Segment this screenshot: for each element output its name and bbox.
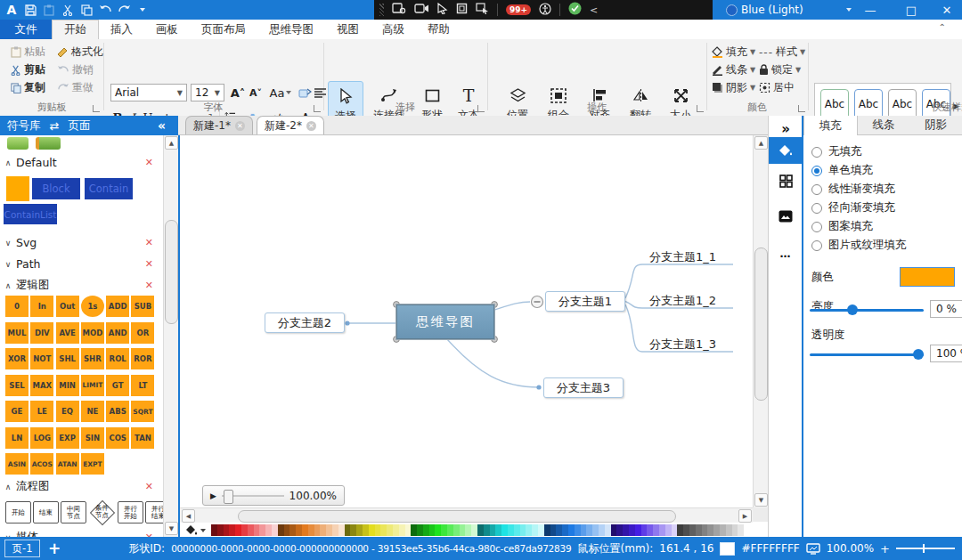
palette-swatch[interactable] [732,524,738,536]
shrink-font-button[interactable]: A˅ [248,84,264,101]
canvas-vscrollbar[interactable]: ▲ ▼ [753,135,768,507]
logic-symbol-lt[interactable]: LT [131,375,154,396]
palette-bucket-icon[interactable] [185,524,198,536]
fill-button[interactable]: 填充▼ [712,45,755,60]
logic-symbol-xor[interactable]: XOR [5,348,29,369]
canvas-scroll-right[interactable]: ▶ [738,509,752,523]
palette-swatch[interactable] [538,524,544,536]
palette-swatch[interactable] [465,524,471,536]
menu-tab-6[interactable]: 视图 [325,20,371,39]
section-flowchart-close-icon[interactable]: ✕ [145,481,153,492]
record-video-icon[interactable] [414,4,429,16]
logic-symbol-and[interactable]: AND [106,322,129,344]
palette-swatch[interactable] [677,524,683,536]
collapse-sidebar-icon[interactable]: « [158,118,166,133]
palette-swatch[interactable] [314,524,321,536]
font-size-select[interactable]: 12▼ [191,84,224,101]
palette-swatch[interactable] [720,524,726,536]
logic-symbol-log[interactable]: LOG [30,427,53,449]
logic-symbol-exp[interactable]: EXP [56,427,79,449]
palette-swatch[interactable] [520,524,526,536]
logic-symbol-eq[interactable]: EQ [56,401,79,422]
font-family-select[interactable]: Arial▼ [110,84,187,101]
opacity-knob[interactable] [913,349,924,360]
palette-swatch[interactable] [471,524,477,536]
menu-tab-4[interactable]: 页面布局 [190,20,257,39]
palette-dropdown-icon[interactable] [200,529,206,532]
section-svg[interactable]: ∨Svg✕ [0,235,162,250]
palette-swatch[interactable] [393,524,399,536]
palette-swatch[interactable] [689,524,696,536]
palette-swatch[interactable] [441,524,447,536]
ribbon-collapse-icon[interactable]: ⌃ [939,22,946,32]
image-panel-icon[interactable] [769,203,803,230]
save-icon[interactable] [23,3,37,17]
mindmap-child-1[interactable]: 分支主题1_1 [649,249,716,265]
brightness-slider[interactable] [810,309,924,312]
palette-swatch[interactable] [435,524,441,536]
fill-option-6[interactable]: 图片或纹理填充 [803,236,962,255]
logic-symbol-sub[interactable]: SUB [131,296,154,317]
logic-symbol-sin[interactable]: SIN [81,427,104,449]
logic-symbol-cos[interactable]: COS [106,427,129,449]
palette-swatch[interactable] [665,524,672,536]
menu-tab-2[interactable]: 插入 [99,20,144,39]
menu-tab-8[interactable]: 帮助 [416,20,461,39]
undo-button[interactable]: 撤销 [57,62,94,77]
palette-swatch[interactable] [623,524,629,536]
logic-symbol-expt[interactable]: EXPT [81,453,104,475]
palette-swatch[interactable] [259,524,265,536]
logic-symbol-or[interactable]: OR [131,322,154,344]
symbol-containlist[interactable]: ContainList [4,204,57,224]
mindmap-branch1-node[interactable]: 分支主题1 [545,291,625,312]
fill-option-radio-2[interactable] [811,166,822,176]
menu-tab-5[interactable]: 思维导图 [257,20,325,39]
palette-swatch[interactable] [289,524,296,536]
sidebar-scroll-down[interactable]: ▼ [165,522,178,535]
status-zoom-slider[interactable] [896,548,955,549]
sidebar-scroll-thumb[interactable] [165,220,178,324]
palette-swatch[interactable] [338,524,345,536]
logic-symbol-acos[interactable]: ACOS [30,453,53,475]
doc-tab-2[interactable]: 新建-2*✕ [257,116,324,134]
logic-symbol-ave[interactable]: AVE [56,322,79,344]
palette-swatch[interactable] [532,524,538,536]
palette-swatch[interactable] [217,524,224,536]
palette-swatch[interactable] [369,524,375,536]
logic-symbol-tan[interactable]: TAN [131,427,154,449]
palette-swatch[interactable] [405,524,412,536]
section-svg-close-icon[interactable]: ✕ [145,237,153,248]
mindmap-branch2-node[interactable]: 分支主题2 [265,312,345,333]
logic-symbol-mul[interactable]: MUL [5,322,29,344]
grid-panel-icon[interactable] [769,167,803,194]
doc-tab-2-close-icon[interactable]: ✕ [306,121,316,131]
copy-icon[interactable] [79,3,94,17]
logic-symbol-1s[interactable]: 1s [81,296,104,317]
palette-swatch[interactable] [296,524,302,536]
format-painter-button[interactable]: 格式化 [57,45,103,60]
palette-swatch[interactable] [350,524,356,536]
theme-dropdown-icon[interactable] [842,3,856,17]
symbol-contain[interactable]: Contain [85,178,133,199]
logic-symbol-ne[interactable]: NE [81,401,104,422]
mindmap-branch3-node[interactable]: 分支主题3 [543,377,624,398]
palette-swatch[interactable] [726,524,732,536]
style-button[interactable]: ---样式▼ [759,45,805,60]
palette-swatch[interactable] [375,524,381,536]
change-case-button[interactable]: Aa [269,84,292,101]
canvas-scroll-left[interactable]: ◀ [182,509,195,523]
logic-symbol-ge[interactable]: GE [5,401,29,422]
fill-color-swatch[interactable] [900,267,955,287]
status-ok-icon[interactable] [568,2,582,18]
palette-swatch[interactable] [556,524,562,536]
brightness-knob[interactable] [847,304,858,315]
flow-symbol-3[interactable]: 中间节点 [61,501,86,523]
palette-swatch[interactable] [278,524,284,536]
theme-selector[interactable]: Blue (Light) [726,0,803,20]
palette-swatch[interactable] [514,524,520,536]
palette-swatch[interactable] [495,524,501,536]
palette-swatch[interactable] [575,524,581,536]
logic-symbol-out[interactable]: Out [56,296,79,317]
palette-swatch[interactable] [568,524,575,536]
palette-swatch[interactable] [302,524,308,536]
